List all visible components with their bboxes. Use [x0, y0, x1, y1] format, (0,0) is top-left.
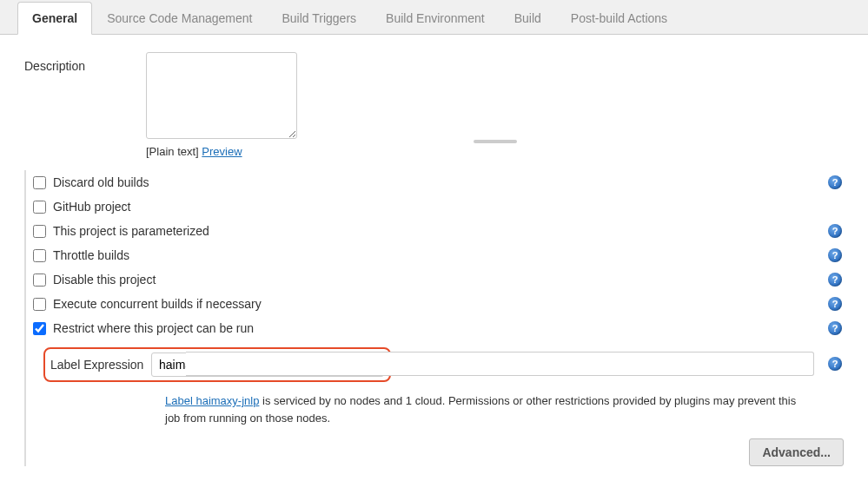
- label-expression-input-ext[interactable]: [186, 352, 814, 376]
- tab-scm[interactable]: Source Code Management: [92, 2, 267, 35]
- label-link[interactable]: Label haimaxy-jnlp: [165, 394, 259, 407]
- description-textarea[interactable]: [146, 52, 297, 139]
- param-checkbox[interactable]: [33, 225, 46, 238]
- preview-link[interactable]: Preview: [202, 145, 242, 158]
- plain-text-indicator: [Plain text]: [146, 145, 202, 158]
- param-label: This project is parameterized: [53, 224, 209, 238]
- restrict-label: Restrict where this project can be run: [53, 321, 254, 335]
- discard-checkbox[interactable]: [33, 176, 46, 189]
- description-hint: [Plain text] Preview: [146, 145, 844, 158]
- help-icon[interactable]: ?: [828, 321, 842, 335]
- tab-general[interactable]: General: [17, 2, 92, 35]
- opt-parameterized[interactable]: This project is parameterized ?: [33, 219, 844, 243]
- help-icon[interactable]: ?: [828, 357, 842, 371]
- tab-post-build[interactable]: Post-build Actions: [556, 2, 682, 35]
- concurrent-label: Execute concurrent builds if necessary: [53, 297, 262, 311]
- disable-label: Disable this project: [53, 273, 156, 287]
- opt-discard-old-builds[interactable]: Discard old builds ?: [33, 170, 844, 194]
- discard-label: Discard old builds: [53, 175, 149, 189]
- disable-checkbox[interactable]: [33, 273, 46, 287]
- opt-throttle[interactable]: Throttle builds ?: [33, 243, 844, 267]
- description-label: Description: [24, 52, 146, 73]
- tab-build[interactable]: Build: [500, 2, 556, 35]
- restrict-checkbox[interactable]: [33, 322, 46, 335]
- tab-build-triggers[interactable]: Build Triggers: [267, 2, 371, 35]
- label-expression-label: Label Expression: [50, 358, 151, 372]
- config-tabs: General Source Code Management Build Tri…: [0, 2, 868, 35]
- tab-build-environment[interactable]: Build Environment: [371, 2, 500, 35]
- advanced-button[interactable]: Advanced...: [749, 438, 844, 466]
- label-msg-body: is serviced by no nodes and 1 cloud. Per…: [165, 394, 796, 425]
- github-label: GitHub project: [53, 200, 130, 214]
- help-icon[interactable]: ?: [828, 297, 842, 311]
- opt-disable[interactable]: Disable this project ?: [33, 267, 844, 292]
- opt-concurrent[interactable]: Execute concurrent builds if necessary ?: [33, 292, 844, 316]
- help-icon[interactable]: ?: [828, 175, 842, 189]
- options-block: Discard old builds ? GitHub project This…: [24, 170, 844, 466]
- label-expression-message: Label haimaxy-jnlp is serviced by no nod…: [165, 392, 814, 426]
- github-checkbox[interactable]: [33, 201, 46, 214]
- opt-github-project[interactable]: GitHub project: [33, 194, 844, 219]
- help-icon[interactable]: ?: [828, 224, 842, 238]
- label-expression-row: Label Expression ?: [43, 340, 844, 387]
- throttle-checkbox[interactable]: [33, 249, 46, 262]
- throttle-label: Throttle builds: [53, 248, 129, 262]
- general-panel: Description [Plain text] Preview Discard…: [0, 35, 868, 481]
- help-icon[interactable]: ?: [828, 248, 842, 262]
- help-icon[interactable]: ?: [828, 273, 842, 287]
- concurrent-checkbox[interactable]: [33, 298, 46, 311]
- opt-restrict[interactable]: Restrict where this project can be run ?: [33, 316, 844, 340]
